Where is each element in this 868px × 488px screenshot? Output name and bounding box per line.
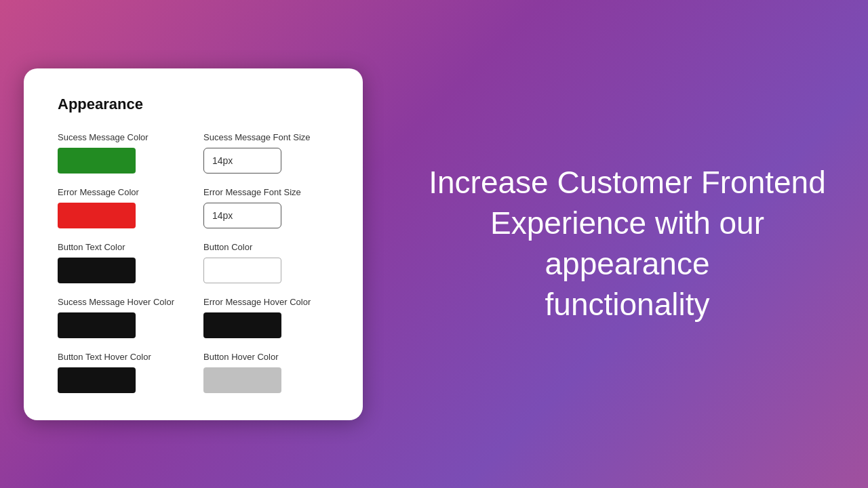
hero-line2: Experience with our appearance	[490, 205, 764, 281]
success-color-swatch[interactable]	[58, 148, 136, 174]
hero-line3: functionality	[545, 287, 710, 322]
success-hover-color-label: Sucess Message Hover Color	[58, 297, 183, 307]
success-font-size-label: Sucess Message Font Size	[203, 132, 329, 142]
error-font-size-label: Error Message Font Size	[203, 187, 329, 197]
success-color-field: Sucess Message Color	[58, 132, 183, 174]
appearance-card: Appearance Sucess Message Color Sucess M…	[24, 68, 363, 420]
success-color-label: Sucess Message Color	[58, 132, 183, 142]
button-color-field: Button Color	[203, 242, 329, 283]
button-color-swatch[interactable]	[203, 258, 281, 283]
left-panel: Appearance Sucess Message Color Sucess M…	[0, 0, 387, 488]
hero-line1: Increase Customer Frontend	[429, 165, 826, 200]
success-font-size-input[interactable]	[203, 148, 281, 174]
field-row-3: Button Text Color Button Color	[58, 242, 329, 283]
button-hover-color-field: Button Hover Color	[203, 352, 329, 393]
error-hover-color-swatch[interactable]	[203, 312, 281, 338]
button-text-color-field: Button Text Color	[58, 242, 183, 283]
field-row-5: Button Text Hover Color Button Hover Col…	[58, 352, 329, 393]
error-font-size-field: Error Message Font Size	[203, 187, 329, 228]
button-text-color-swatch[interactable]	[58, 258, 136, 283]
field-row-2: Error Message Color Error Message Font S…	[58, 187, 329, 228]
right-panel: Increase Customer Frontend Experience wi…	[387, 136, 868, 352]
error-color-label: Error Message Color	[58, 187, 183, 197]
error-color-field: Error Message Color	[58, 187, 183, 228]
error-font-size-input[interactable]	[203, 203, 281, 228]
field-row-4: Sucess Message Hover Color Error Message…	[58, 297, 329, 338]
button-text-hover-color-label: Button Text Hover Color	[58, 352, 183, 362]
button-text-hover-color-swatch[interactable]	[58, 367, 136, 393]
success-hover-color-swatch[interactable]	[58, 312, 136, 338]
button-color-label: Button Color	[203, 242, 329, 252]
success-hover-color-field: Sucess Message Hover Color	[58, 297, 183, 338]
error-color-swatch[interactable]	[58, 203, 136, 228]
field-row-1: Sucess Message Color Sucess Message Font…	[58, 132, 329, 174]
error-hover-color-label: Error Message Hover Color	[203, 297, 329, 307]
card-title: Appearance	[58, 96, 329, 113]
button-hover-color-label: Button Hover Color	[203, 352, 329, 362]
error-hover-color-field: Error Message Hover Color	[203, 297, 329, 338]
success-font-size-field: Sucess Message Font Size	[203, 132, 329, 174]
button-text-hover-color-field: Button Text Hover Color	[58, 352, 183, 393]
hero-text: Increase Customer Frontend Experience wi…	[414, 163, 841, 325]
button-hover-color-swatch[interactable]	[203, 367, 281, 393]
button-text-color-label: Button Text Color	[58, 242, 183, 252]
